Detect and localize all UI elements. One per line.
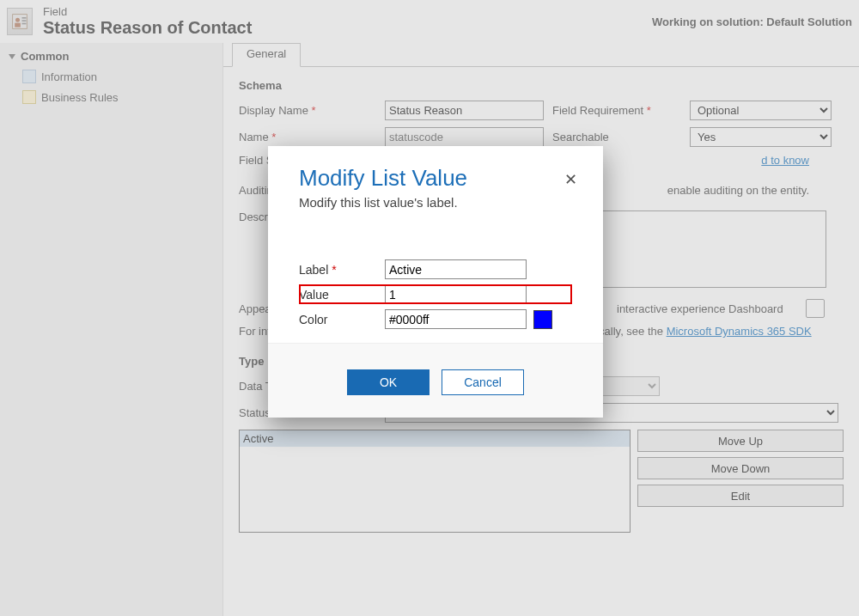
cancel-button[interactable]: Cancel bbox=[442, 369, 524, 395]
dialog-value-label: Value bbox=[299, 288, 385, 302]
ok-button[interactable]: OK bbox=[347, 369, 430, 395]
modify-list-value-dialog: ✕ Modify List Value Modify this list val… bbox=[268, 146, 603, 418]
color-swatch[interactable] bbox=[533, 310, 552, 329]
dialog-label-label: Label bbox=[299, 263, 385, 277]
dialog-color-input[interactable] bbox=[385, 309, 527, 329]
dialog-label-input[interactable] bbox=[385, 259, 527, 279]
dialog-title: Modify List Value bbox=[299, 165, 572, 192]
dialog-color-label: Color bbox=[299, 313, 385, 326]
dialog-value-input[interactable] bbox=[385, 284, 527, 304]
close-icon[interactable]: ✕ bbox=[564, 170, 577, 189]
dialog-subtitle: Modify this list value's label. bbox=[299, 195, 572, 210]
